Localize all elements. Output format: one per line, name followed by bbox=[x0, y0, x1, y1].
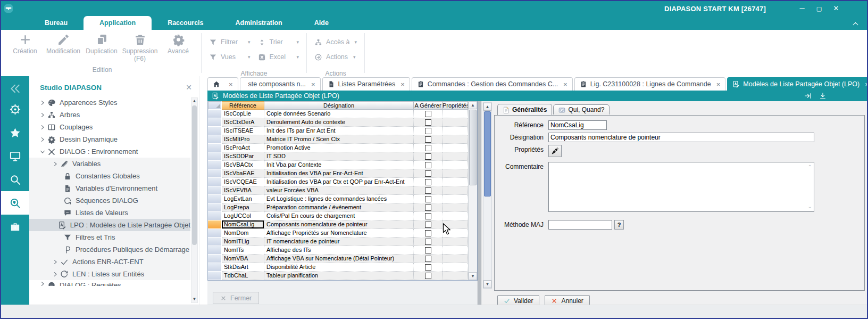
tree-item[interactable]: Variables bbox=[29, 158, 190, 170]
sidebar-icon-button[interactable] bbox=[1, 144, 29, 168]
designation-cell[interactable]: Colis/Pal En cours de chargement bbox=[264, 212, 414, 220]
methode-maj-field[interactable] bbox=[548, 220, 612, 230]
tab-close-icon[interactable]: × bbox=[563, 80, 567, 88]
reference-cell[interactable]: StkDisArt bbox=[222, 263, 264, 272]
designation-cell[interactable]: Initialisation des VBA par Ctx et QOP pa… bbox=[264, 178, 414, 186]
tree-item[interactable]: DIALOG : Environnement bbox=[29, 145, 190, 158]
designation-cell[interactable]: Disponibilité Article bbox=[264, 263, 414, 272]
form-scrollbar[interactable]: ▲ ▼ bbox=[483, 102, 492, 289]
checkbox[interactable] bbox=[425, 213, 431, 219]
fermer-button[interactable]: Fermer bbox=[213, 292, 259, 304]
tree-item[interactable]: Arbres bbox=[29, 109, 190, 121]
designation-cell[interactable]: valeur Forcées VBA bbox=[264, 186, 414, 195]
row-selector-cell[interactable] bbox=[208, 212, 222, 220]
table-row[interactable]: NomVBA Affichage VBA sur Nomenclature (D… bbox=[208, 255, 468, 263]
checkbox[interactable] bbox=[425, 222, 431, 228]
row-selector-cell[interactable] bbox=[208, 263, 222, 272]
designation-field[interactable] bbox=[548, 133, 814, 142]
generer-cell[interactable] bbox=[414, 144, 443, 152]
generer-cell[interactable] bbox=[414, 118, 443, 127]
menu-tab[interactable]: Application bbox=[84, 16, 152, 30]
table-row[interactable]: IScProAct Promotion Active bbox=[208, 144, 468, 152]
checkbox[interactable] bbox=[425, 136, 431, 143]
generer-cell[interactable] bbox=[414, 169, 443, 178]
generer-cell[interactable] bbox=[414, 127, 443, 135]
generer-cell[interactable] bbox=[414, 246, 443, 255]
scrollbar-thumb[interactable] bbox=[469, 110, 477, 185]
ribbon-button[interactable]: Suppression (F6) bbox=[121, 30, 158, 62]
table-row[interactable]: IScCtxDerA Deroulement Auto de contexte bbox=[208, 118, 468, 127]
designation-cell[interactable]: Promotion Active bbox=[264, 144, 414, 152]
generer-cell[interactable] bbox=[414, 212, 443, 220]
row-selector-cell[interactable] bbox=[208, 178, 222, 186]
sidebar-icon-button[interactable] bbox=[1, 215, 29, 238]
reference-cell[interactable]: LogEvtLan bbox=[222, 195, 264, 203]
grid-scrollbar[interactable]: ▲ ▼ bbox=[468, 101, 477, 280]
row-selector-cell[interactable] bbox=[208, 229, 222, 238]
proprietes-cell[interactable] bbox=[443, 178, 468, 186]
tree-item[interactable]: Variables d'Environnement bbox=[29, 182, 190, 194]
row-selector-cell[interactable] bbox=[208, 195, 222, 203]
ribbon-small-button[interactable]: Filtrer ▾ bbox=[209, 35, 251, 49]
row-selector-cell[interactable] bbox=[208, 144, 222, 152]
table-row[interactable]: LogEvtLan Evt Logistique : lignes de com… bbox=[208, 195, 468, 203]
reference-cell[interactable]: IScCopLie bbox=[222, 110, 264, 118]
designation-cell[interactable]: Tableur planification bbox=[264, 272, 414, 280]
tree-close-icon[interactable]: ✕ bbox=[185, 83, 193, 92]
document-tab[interactable]: Modèles de Liste Partagée Objet (LPO) × bbox=[727, 77, 867, 91]
tab-close-icon[interactable]: × bbox=[865, 80, 867, 88]
generer-cell[interactable] bbox=[414, 255, 443, 263]
checkbox[interactable] bbox=[425, 273, 431, 279]
minimize-icon[interactable]: ─ bbox=[798, 4, 806, 13]
maximize-icon[interactable]: ▢ bbox=[815, 4, 823, 13]
scroll-up-icon[interactable]: ▲ bbox=[469, 101, 477, 109]
ribbon-small-button[interactable]: Trier ▾ bbox=[258, 35, 299, 49]
table-row[interactable]: TdbChaL Tableur planification bbox=[208, 272, 468, 280]
document-tab[interactable]: Listes Paramétrées × bbox=[322, 77, 410, 91]
form-tab[interactable]: Généralités bbox=[497, 104, 552, 115]
table-row[interactable]: IScVbaEAE Initialisation des VBA par Enr… bbox=[208, 169, 468, 178]
sidebar-icon-button[interactable] bbox=[1, 121, 29, 144]
checkbox[interactable] bbox=[425, 256, 431, 262]
designation-cell[interactable]: IT SDD bbox=[264, 152, 414, 161]
row-selector-cell[interactable] bbox=[208, 220, 222, 229]
tree-item[interactable]: Constantes Globales bbox=[29, 170, 190, 182]
scroll-up-icon[interactable]: ▲ bbox=[193, 98, 197, 104]
tree-item[interactable]: Séquences DIALOG bbox=[29, 194, 190, 207]
sidebar-icon-button[interactable] bbox=[1, 97, 29, 121]
row-selector-cell[interactable] bbox=[208, 161, 222, 169]
panel-splitter[interactable] bbox=[478, 101, 481, 305]
pin-panel-icon[interactable] bbox=[804, 92, 812, 100]
close-icon[interactable]: ✕ bbox=[832, 4, 840, 13]
reference-cell[interactable]: IScITSEAE bbox=[222, 127, 264, 135]
sidebar-icon-button[interactable] bbox=[1, 79, 29, 97]
column-header-designation[interactable]: Désignation bbox=[264, 101, 414, 110]
tree-item[interactable]: LEN : Listes sur Entités bbox=[29, 268, 190, 280]
checkbox[interactable] bbox=[425, 111, 431, 117]
table-row[interactable]: NomITs Affichage des ITs bbox=[208, 246, 468, 255]
column-header-generer[interactable]: A Générer bbox=[414, 101, 443, 110]
table-row[interactable]: IScVFVBA valeur Forcées VBA bbox=[208, 186, 468, 195]
tab-close-icon[interactable]: × bbox=[400, 80, 405, 88]
designation-cell[interactable]: Affichage Propriétés sur Nomenclature bbox=[264, 229, 414, 238]
proprietes-cell[interactable] bbox=[443, 263, 468, 272]
checkbox[interactable] bbox=[425, 153, 431, 160]
row-selector-cell[interactable] bbox=[208, 255, 222, 263]
menu-tab[interactable]: Aide bbox=[298, 16, 345, 30]
table-row[interactable]: IScMItPro Matrice IT Promo / Scen Ctx bbox=[208, 135, 468, 144]
menu-tab[interactable]: Administration bbox=[220, 16, 298, 30]
reference-cell[interactable]: NomDom bbox=[222, 229, 264, 238]
document-tab[interactable]: Lig. C231100028 : Lignes de Commande × bbox=[574, 77, 726, 91]
reference-cell[interactable]: IScProAct bbox=[222, 144, 264, 152]
reference-cell[interactable]: IScMItPro bbox=[222, 135, 264, 144]
row-selector-cell[interactable] bbox=[208, 203, 222, 212]
sidebar-icon-button[interactable] bbox=[1, 191, 29, 215]
checkbox[interactable] bbox=[425, 162, 431, 168]
proprietes-cell[interactable] bbox=[443, 272, 468, 280]
grid-corner-cell[interactable] bbox=[208, 101, 222, 110]
reference-cell[interactable]: IScVbaEAE bbox=[222, 169, 264, 178]
reference-cell[interactable]: NomITs bbox=[222, 246, 264, 255]
generer-cell[interactable] bbox=[414, 110, 443, 118]
menu-tab[interactable]: Bureau bbox=[29, 16, 84, 30]
commentaire-field[interactable]: ⌃ ⌄ bbox=[548, 162, 814, 212]
